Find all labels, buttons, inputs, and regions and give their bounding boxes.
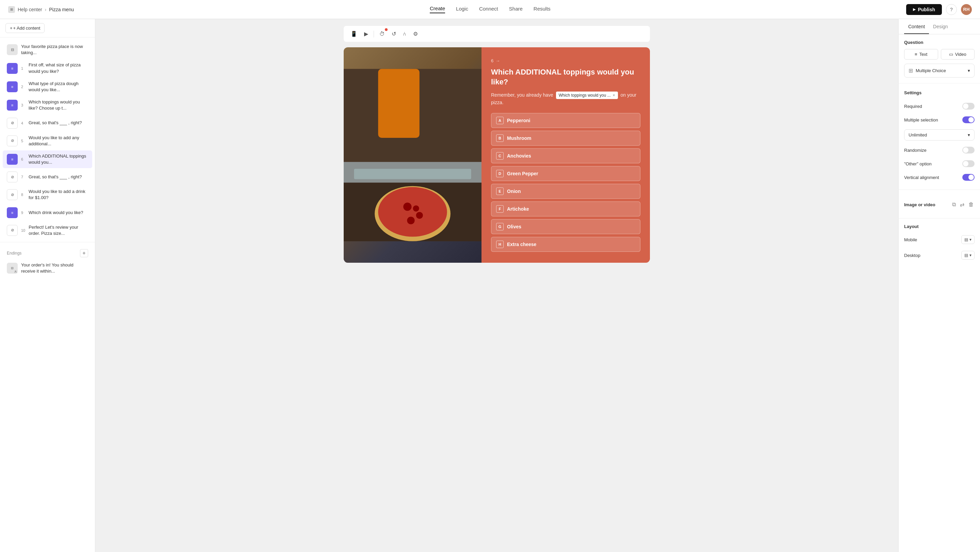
item-text-9: Which drink would you like? [29, 210, 88, 216]
delete-image-icon[interactable]: 🗑 [968, 201, 975, 208]
toolbar-divider [374, 31, 374, 37]
mobile-layout-select[interactable]: ▤ ▾ [961, 235, 975, 244]
mobile-layout-label: Mobile [904, 237, 917, 242]
nav-tabs: Create Logic Connect Share Results [430, 5, 550, 13]
branch-icon[interactable]: ⑃ [401, 30, 408, 38]
sidebar-item-0[interactable]: ⊟ Your favorite pizza place is now takin… [3, 41, 92, 59]
item-text-7: Great, so that's ___ , right? [29, 174, 88, 180]
item-text-1: First off, what size of pizza would you … [29, 62, 88, 74]
avatar[interactable]: RH [961, 4, 972, 15]
publish-play-icon: ▶ [913, 8, 916, 11]
choice-item-b[interactable]: B Mushroom [491, 131, 640, 146]
arrow-icon: → [495, 58, 500, 63]
tab-content[interactable]: Content [904, 19, 929, 34]
svg-point-6 [378, 187, 447, 237]
pizza-image-placeholder [344, 47, 482, 263]
settings-icon[interactable]: ⚙ [412, 29, 419, 38]
sidebar-item-2[interactable]: ≡ 2 What type of pizza dough would you l… [3, 78, 92, 95]
page-title: Pizza menu [49, 7, 74, 12]
vertical-alignment-toggle[interactable] [962, 174, 975, 181]
desktop-layout-row: Desktop ▤ ▾ [904, 247, 975, 263]
layout-section-title: Layout [904, 220, 975, 232]
item-icon-4: ⊘ [7, 118, 18, 129]
reference-close-icon[interactable]: × [613, 92, 615, 99]
choice-letter-e: E [496, 188, 504, 195]
divider-2 [899, 189, 980, 190]
desktop-chevron-icon: ▾ [969, 253, 972, 258]
tab-share[interactable]: Share [509, 6, 523, 13]
randomize-toggle[interactable] [962, 147, 975, 153]
vertical-alignment-row: Vertical alignment [904, 170, 975, 184]
mobile-chevron-icon: ▾ [969, 237, 972, 242]
question-type-dropdown[interactable]: ⊞ Multiple Choice ▾ [904, 64, 975, 78]
sidebar-item-9[interactable]: ≡ 9 Which drink would you like? [3, 205, 92, 221]
choice-letter-f: F [496, 205, 504, 213]
choice-item-d[interactable]: D Green Pepper [491, 166, 640, 181]
choice-item-a[interactable]: A Pepperoni [491, 113, 640, 128]
item-text-5: Would you like to add any additional... [29, 135, 88, 147]
desktop-layout-icon: ▤ [964, 253, 968, 258]
item-text-10: Perfect! Let's review your order. Pizza … [29, 224, 88, 237]
copy-image-icon[interactable]: ⧉ [951, 201, 956, 208]
timer-icon[interactable]: ⏱ [378, 30, 386, 38]
multiple-selection-toggle[interactable] [962, 116, 975, 123]
video-type-button[interactable]: ▭ Video [941, 49, 975, 60]
item-text-8: Would you like to add a drink for $1.00? [29, 189, 88, 201]
item-num-5: 5 [21, 139, 25, 143]
item-icon-10: ⊘ [7, 225, 18, 236]
play-preview-icon[interactable]: ▶ [363, 29, 369, 38]
sidebar-item-6[interactable]: ≡ 6 Which ADDITIONAL toppings would you.… [3, 150, 92, 168]
breadcrumb-separator: › [45, 7, 47, 12]
item-num-4: 4 [21, 121, 25, 125]
other-option-toggle[interactable] [962, 160, 975, 167]
subtext-before: Remember, you already have [491, 92, 553, 98]
nav-right-actions: ▶ Publish ? RH [906, 4, 972, 15]
item-icon-1: ≡ [7, 63, 18, 74]
swap-image-icon[interactable]: ⇄ [959, 201, 965, 208]
add-content-button[interactable]: + + Add content [5, 23, 45, 33]
choice-item-e[interactable]: E Onion [491, 184, 640, 199]
image-video-row: Image or video ⧉ ⇄ 🗑 [904, 197, 975, 213]
svg-point-10 [413, 205, 419, 212]
tab-results[interactable]: Results [533, 6, 550, 13]
unlimited-dropdown[interactable]: Unlimited ▾ [904, 129, 975, 140]
sidebar-item-3[interactable]: ≡ 3 Which toppings would you like? Choos… [3, 96, 92, 114]
choice-item-f[interactable]: F Artichoke [491, 202, 640, 216]
item-num-9: 9 [21, 211, 25, 215]
choice-item-h[interactable]: H Extra cheese [491, 237, 640, 252]
tab-logic[interactable]: Logic [456, 6, 468, 13]
choice-item-g[interactable]: G Olives [491, 219, 640, 234]
panel-tabs: Content Design [899, 19, 980, 34]
svg-point-9 [407, 217, 414, 224]
choice-list: A Pepperoni B Mushroom C Anchovies D Gre… [491, 113, 640, 252]
sidebar-item-1[interactable]: ≡ 1 First off, what size of pizza would … [3, 59, 92, 77]
required-toggle[interactable] [962, 103, 975, 110]
tab-create[interactable]: Create [430, 5, 445, 13]
item-num-7: 7 [21, 175, 25, 179]
question-number: 6 → [491, 58, 640, 63]
choice-letter-b: B [496, 134, 504, 142]
tab-connect[interactable]: Connect [479, 6, 498, 13]
sidebar-item-4[interactable]: ⊘ 4 Great, so that's ___ , right? [3, 115, 92, 131]
svg-rect-2 [378, 69, 420, 138]
sidebar-item-7[interactable]: ⊘ 7 Great, so that's ___ , right? [3, 169, 92, 185]
dropdown-chevron-icon: ▾ [968, 68, 970, 73]
choice-item-c[interactable]: C Anchovies [491, 148, 640, 163]
text-type-button[interactable]: ≡ Text [904, 49, 938, 60]
item-icon-0: ⊟ [7, 44, 18, 55]
add-ending-button[interactable]: + [80, 249, 88, 257]
tab-design[interactable]: Design [929, 19, 952, 34]
mobile-preview-icon[interactable]: 📱 [349, 29, 359, 38]
sidebar-item-5[interactable]: ⊘ 5 Would you like to add any additional… [3, 132, 92, 150]
desktop-layout-select[interactable]: ▤ ▾ [961, 251, 975, 260]
question-card: 6 → Which ADDITIONAL toppings would you … [344, 47, 650, 263]
sidebar-item-8[interactable]: ⊘ 8 Would you like to add a drink for $1… [3, 186, 92, 204]
sidebar-ending-a[interactable]: ⊟ A Your order's in! You should receive … [3, 259, 92, 277]
svg-point-7 [403, 202, 411, 211]
sidebar-item-10[interactable]: ⊘ 10 Perfect! Let's review your order. P… [3, 221, 92, 239]
publish-button[interactable]: ▶ Publish [906, 4, 942, 15]
item-icon-7: ⊘ [7, 172, 18, 182]
refresh-icon[interactable]: ↺ [390, 29, 398, 38]
help-center-link[interactable]: Help center [18, 7, 42, 12]
help-button[interactable]: ? [946, 4, 957, 15]
